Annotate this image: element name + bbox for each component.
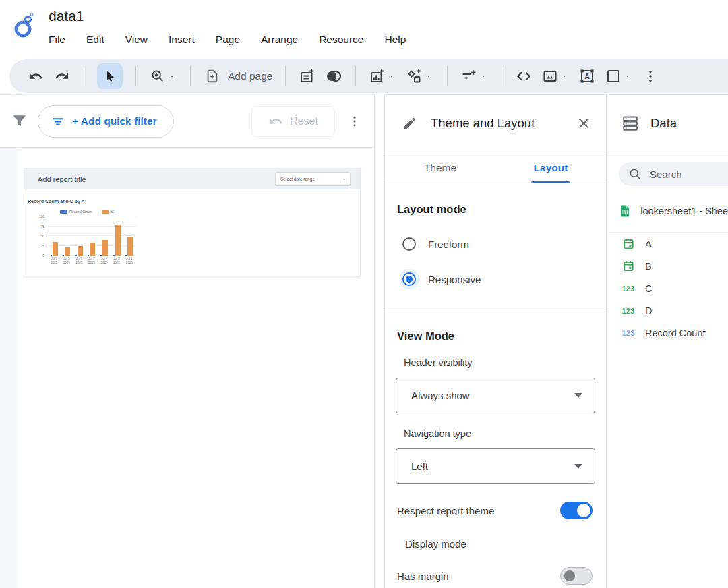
add-chart-button[interactable] <box>369 67 397 85</box>
radio-freeform[interactable] <box>402 237 416 251</box>
menu-arrange[interactable]: Arrange <box>261 34 298 46</box>
pencil-icon <box>402 116 417 131</box>
chevron-down-icon[interactable] <box>479 71 489 81</box>
add-quick-filter-pill[interactable]: + Add quick filter <box>38 105 174 138</box>
radio-row-freeform[interactable]: Freeform <box>402 237 595 251</box>
x-tick-label: Jul 22025 <box>113 257 120 265</box>
document-title[interactable]: data1 <box>49 7 406 24</box>
chevron-down-icon[interactable] <box>624 71 633 81</box>
header-visibility-value: Always show <box>411 390 574 401</box>
blend-data-icon[interactable] <box>325 67 342 85</box>
report-canvas[interactable]: Add report title Select date range ▾ Rec… <box>0 148 374 588</box>
bar-group[interactable] <box>125 216 133 256</box>
field-row-record-count[interactable]: 123Record Count <box>609 322 728 344</box>
bar-group[interactable] <box>75 216 83 256</box>
report-preview-card[interactable]: Add report title Select date range ▾ Rec… <box>24 168 361 277</box>
bar-record-count <box>88 255 89 256</box>
chevron-down-icon[interactable] <box>560 71 570 81</box>
navigation-type-select[interactable]: Left <box>396 448 595 484</box>
menu-view[interactable]: View <box>125 34 148 46</box>
filter-bar-more-icon[interactable] <box>344 115 365 128</box>
bar-record-count <box>100 255 102 256</box>
text-icon[interactable]: A <box>578 67 596 85</box>
add-page-button[interactable]: Add page <box>204 67 272 85</box>
funnel-filter-icon[interactable] <box>11 113 28 130</box>
theme-panel-title: Theme and Layout <box>431 116 563 131</box>
y-tick-label: 50 <box>40 234 44 238</box>
add-control-icon <box>406 67 423 85</box>
legend-swatch <box>102 210 109 214</box>
bar-record-count <box>113 255 115 256</box>
chevron-down-icon[interactable] <box>168 71 177 81</box>
add-quick-filter-button[interactable] <box>460 67 489 85</box>
zoom-icon[interactable] <box>149 67 166 85</box>
embed-icon[interactable] <box>515 67 533 85</box>
close-icon[interactable] <box>576 116 591 131</box>
field-row-d[interactable]: 123D <box>609 299 728 322</box>
shape-button[interactable] <box>605 67 633 85</box>
calendar-icon <box>620 260 636 272</box>
tab-layout[interactable]: Layout <box>495 152 606 183</box>
data-source-name: lookersheet1 - Shee <box>640 206 728 216</box>
radio-row-responsive[interactable]: Responsive <box>402 272 595 286</box>
data-panel-header: Data <box>609 95 728 152</box>
x-tick-label: Jul 62025 <box>75 257 82 265</box>
zoom-control[interactable] <box>149 67 177 85</box>
field-row-b[interactable]: B <box>609 255 728 277</box>
chevron-down-icon: ▾ <box>343 177 345 181</box>
looker-studio-logo-icon[interactable] <box>9 11 39 40</box>
has-margin-label: Has margin <box>397 570 560 582</box>
mini-bar-chart[interactable]: Record Count and C by A Record CountC 02… <box>24 189 360 265</box>
field-row-a[interactable]: A <box>609 233 728 255</box>
bar-group[interactable] <box>113 216 121 256</box>
undo-icon[interactable] <box>27 67 44 85</box>
chevron-down-icon[interactable] <box>388 71 397 81</box>
main-area: + Add quick filter Reset Add report titl… <box>0 94 728 588</box>
bar-group[interactable] <box>63 216 70 256</box>
theme-panel-header: Theme and Layout <box>385 95 606 152</box>
chevron-down-icon[interactable] <box>425 71 434 81</box>
add-data-icon[interactable] <box>299 67 316 85</box>
bar-record-count <box>51 255 52 256</box>
respect-report-theme-toggle[interactable] <box>560 502 593 519</box>
google-sheets-icon <box>620 202 630 220</box>
header-visibility-select[interactable]: Always show <box>396 378 595 413</box>
report-title-placeholder[interactable]: Add report title <box>38 175 86 183</box>
y-tick-label: 25 <box>40 244 44 248</box>
add-control-button[interactable] <box>406 67 434 85</box>
data-source-row[interactable]: lookersheet1 - Shee <box>620 202 728 220</box>
canvas-left-gutter <box>0 148 17 588</box>
field-search-input[interactable]: Search <box>619 162 728 186</box>
image-button[interactable] <box>541 67 570 85</box>
radio-responsive[interactable] <box>402 272 416 286</box>
bar-group[interactable] <box>88 216 95 256</box>
date-range-control[interactable]: Select date range ▾ <box>275 172 351 186</box>
bar-c <box>90 243 95 256</box>
menu-file[interactable]: File <box>49 34 65 46</box>
bar-group[interactable] <box>100 216 108 256</box>
field-row-c[interactable]: 123C <box>609 277 728 299</box>
x-tick-label: Jul 32025 <box>51 257 57 265</box>
menu-help[interactable]: Help <box>385 34 406 46</box>
add-quick-filter-label: + Add quick filter <box>72 115 157 127</box>
chart-plot-area <box>48 216 135 256</box>
has-margin-toggle[interactable] <box>560 567 593 585</box>
menu-edit[interactable]: Edit <box>86 34 104 46</box>
select-cursor-icon[interactable] <box>97 63 123 89</box>
redo-icon[interactable] <box>53 67 71 85</box>
tab-theme[interactable]: Theme <box>385 152 495 183</box>
reset-label: Reset <box>290 115 318 127</box>
menu-resource[interactable]: Resource <box>319 34 363 46</box>
reset-button[interactable]: Reset <box>251 106 335 137</box>
bar-group[interactable] <box>51 216 58 256</box>
x-tick-label: Jul 42025 <box>101 257 108 265</box>
menu-page[interactable]: Page <box>216 34 240 46</box>
display-mode-label: Display mode <box>405 538 595 550</box>
layout-settings: Layout mode FreeformResponsive View Mode… <box>385 183 606 588</box>
bar-record-count <box>75 255 77 256</box>
layout-mode-radio-group: FreeformResponsive <box>396 237 595 286</box>
toolbar-divider <box>135 66 136 86</box>
date-range-label: Select date range <box>280 177 315 181</box>
more-icon[interactable] <box>642 67 659 85</box>
menu-insert[interactable]: Insert <box>169 34 195 46</box>
